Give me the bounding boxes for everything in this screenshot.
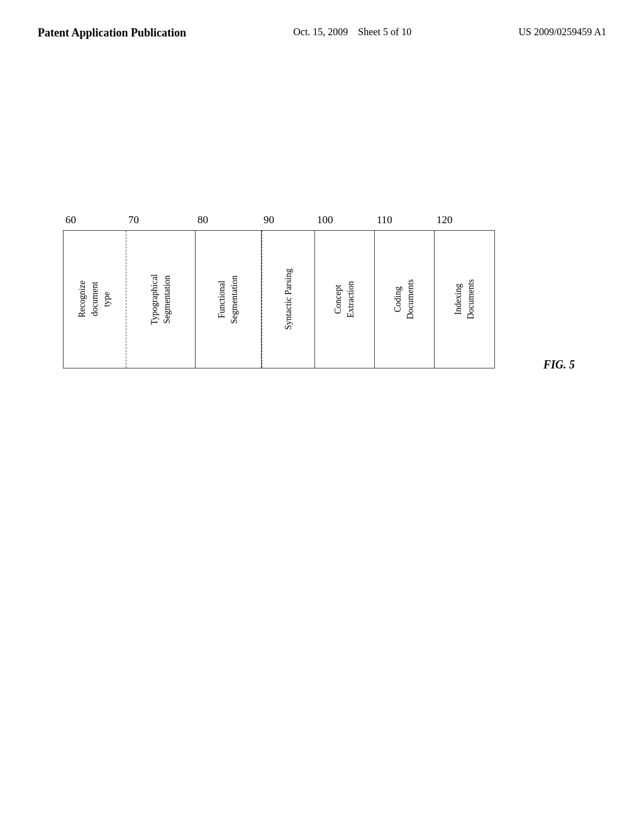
figure-area: 60 70 80 90 100 110 120 Recognizedocumen… xyxy=(63,214,495,368)
stage-typographical-label: TypographicalSegmentation xyxy=(148,274,173,325)
stage-coding-label: CodingDocuments xyxy=(392,279,416,319)
sheet-info: Sheet 5 of 10 xyxy=(358,26,411,37)
stage-number-90: 90 xyxy=(261,214,314,226)
stage-coding: CodingDocuments xyxy=(375,231,435,368)
stage-number-110: 110 xyxy=(374,214,434,226)
stage-number-120: 120 xyxy=(434,214,494,226)
stage-number-80: 80 xyxy=(195,214,261,226)
stage-functional-label: FunctionalSegmentation xyxy=(216,275,240,324)
pipeline-diagram: Recognizedocumenttype TypographicalSegme… xyxy=(63,230,495,368)
stage-concept-label: ConceptExtraction xyxy=(332,281,357,318)
figure-label: FIG. 5 xyxy=(543,358,575,372)
stage-indexing: IndexingDocuments xyxy=(435,231,494,368)
stage-functional: FunctionalSegmentation xyxy=(196,231,262,368)
stage-syntactic: Syntactic Parsing xyxy=(262,231,315,368)
stage-recognize-label: Recognizedocumenttype xyxy=(76,280,113,318)
stage-number-70: 70 xyxy=(126,214,195,226)
stage-typographical: TypographicalSegmentation xyxy=(126,231,196,368)
stage-recognize: Recognizedocumenttype xyxy=(64,231,126,368)
header-date-sheet: Oct. 15, 2009 Sheet 5 of 10 xyxy=(293,25,411,39)
patent-number: US 2009/0259459 A1 xyxy=(518,25,606,39)
numbers-row: 60 70 80 90 100 110 120 xyxy=(63,214,495,226)
stage-number-60: 60 xyxy=(63,214,126,226)
publication-title: Patent Application Publication xyxy=(38,25,186,41)
stage-syntactic-label: Syntactic Parsing xyxy=(282,268,295,330)
stage-number-100: 100 xyxy=(314,214,374,226)
publication-date: Oct. 15, 2009 xyxy=(293,26,348,37)
stage-concept: ConceptExtraction xyxy=(315,231,375,368)
stage-indexing-label: IndexingDocuments xyxy=(452,279,477,319)
page-header: Patent Application Publication Oct. 15, … xyxy=(0,0,644,53)
